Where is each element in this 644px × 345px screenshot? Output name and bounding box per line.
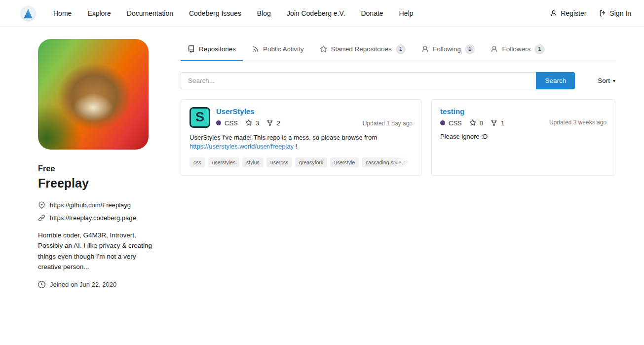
nav-item-join-codeberg[interactable]: Join Codeberg e.V. [286,6,346,20]
repo-forks: 2 [277,119,280,127]
repo-title-block: UserStyles CSS 3 2 [216,107,280,127]
sign-in-label: Sign In [609,9,631,17]
tab-label: Public Activity [263,45,304,53]
content-column: Repositories Public Activity Starred Rep… [181,39,615,176]
profile-username: Freeplay [38,176,154,191]
repository-list: S UserStyles CSS 3 2 Updated 1 day ago [181,99,615,176]
repo-icon [188,45,195,53]
repo-title-block: testing CSS 0 1 [440,107,504,127]
tab-label: Followers [502,45,530,53]
repo-description-text: UserStyles I've made! This repo is a mes… [189,134,377,141]
topic-tag[interactable]: greasyfork [295,157,327,167]
repo-stars: 3 [256,119,259,127]
nav-links: Home Explore Documentation Codeberg Issu… [52,6,414,20]
repo-link[interactable]: UserStyles [216,107,255,115]
tab-repositories[interactable]: Repositories [181,39,243,61]
tab-public-activity[interactable]: Public Activity [245,39,311,61]
search-row: Search Sort ▾ [181,72,615,89]
navbar-auth: Register Sign In [550,9,631,17]
profile-website-link[interactable]: https://freeplay.codeberg.page [50,214,136,222]
profile-joined: Joined on Jun 22, 2020 [50,281,116,288]
repo-language: CSS [225,119,238,127]
repo-card: testing CSS 0 1 Updated 3 weeks ago Plea… [431,99,615,176]
person-icon [550,10,557,17]
tab-following[interactable]: Following 1 [415,39,482,61]
repo-language: CSS [449,119,462,127]
topic-tag[interactable]: usercss [266,157,292,167]
codeberg-logo-icon [21,6,36,21]
nav-item-home[interactable]: Home [52,6,73,20]
search-group: Search [181,72,575,89]
star-icon [245,119,252,126]
topic-tag[interactable]: css [189,157,205,167]
repo-description-suffix: ! [294,143,297,150]
nav-item-blog[interactable]: Blog [256,6,272,20]
repo-updated: Updated 3 weeks ago [549,119,606,127]
navbar: Home Explore Documentation Codeberg Issu… [0,0,644,27]
nav-item-help[interactable]: Help [398,6,415,20]
tab-followers[interactable]: Followers 1 [484,39,551,61]
repo-updated: Updated 1 day ago [363,120,413,128]
fork-icon [266,119,273,126]
person-icon [421,45,429,53]
sign-in-link[interactable]: Sign In [599,9,631,17]
repo-forks: 1 [501,119,504,127]
topic-tag[interactable]: cascading-style-sh [362,157,413,167]
profile-location-row: https://github.com/Freeplayg [38,201,154,209]
avatar [38,39,149,150]
repo-description: UserStyles I've made! This repo is a mes… [189,133,413,152]
profile-location: https://github.com/Freeplayg [50,201,131,209]
star-icon [469,119,476,126]
sort-dropdown[interactable]: Sort ▾ [598,77,615,84]
repo-meta: CSS 0 1 [440,119,504,127]
repo-meta: CSS 3 2 [216,119,280,127]
location-pin-icon [38,201,45,209]
person-icon [491,45,498,53]
sign-in-icon [599,10,606,17]
repo-header: testing CSS 0 1 Updated 3 weeks ago [440,107,606,127]
topic-tag[interactable]: stylus [242,157,264,167]
profile-website-row: https://freeplay.codeberg.page [38,214,154,222]
profile-joined-row: Joined on Jun 22, 2020 [38,281,154,288]
tab-label: Starred Repositories [331,45,392,53]
repo-description: Please ignore :D [440,132,606,141]
topic-tag[interactable]: userstyle [330,157,359,167]
topic-list: css userstyles stylus usercss greasyfork… [189,157,413,167]
followers-count-badge: 1 [534,44,544,54]
tab-starred-repositories[interactable]: Starred Repositories 1 [313,39,413,61]
fork-icon [491,119,497,126]
repo-link[interactable]: testing [440,107,464,115]
language-dot [440,120,445,125]
star-icon [320,45,327,53]
starred-count-badge: 1 [396,44,406,54]
profile-display-name: Free [38,164,154,173]
profile-tabs: Repositories Public Activity Starred Rep… [181,39,615,61]
repo-header: S UserStyles CSS 3 2 Updated 1 day ago [189,107,413,128]
following-count-badge: 1 [465,44,475,54]
tab-label: Following [433,45,461,53]
topic-tag[interactable]: userstyles [208,157,239,167]
register-link[interactable]: Register [550,9,586,17]
profile-bio: Horrible coder, G4M3R, Introvert, Possib… [38,230,152,272]
chevron-down-icon: ▾ [613,78,615,83]
description-link[interactable]: https://userstyles.world/user/freeplay [189,143,294,150]
nav-item-codeberg-issues[interactable]: Codeberg Issues [188,6,242,20]
clock-icon [38,281,45,288]
link-icon [38,214,45,222]
rss-icon [252,45,259,53]
sort-label: Sort [598,77,610,84]
repo-card: S UserStyles CSS 3 2 Updated 1 day ago [181,99,421,176]
codeberg-logo[interactable] [21,6,36,21]
userstyles-logo: S [189,107,210,128]
search-button[interactable]: Search [536,72,575,89]
nav-item-explore[interactable]: Explore [86,6,112,20]
nav-item-documentation[interactable]: Documentation [126,6,174,20]
repo-stars: 0 [480,119,483,127]
register-label: Register [561,9,586,17]
nav-item-donate[interactable]: Donate [360,6,384,20]
main-content: Free Freeplay https://github.com/Freepla… [0,27,644,294]
language-dot [216,120,221,125]
profile-sidebar: Free Freeplay https://github.com/Freepla… [38,39,154,294]
tab-label: Repositories [199,45,236,53]
search-input[interactable] [181,72,536,89]
